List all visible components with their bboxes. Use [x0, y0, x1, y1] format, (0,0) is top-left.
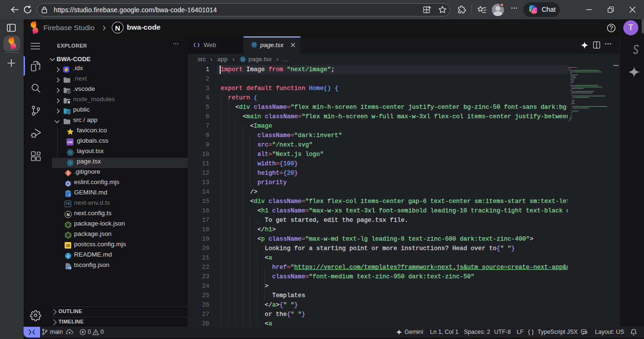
svg-text:TS: TS — [68, 266, 71, 269]
